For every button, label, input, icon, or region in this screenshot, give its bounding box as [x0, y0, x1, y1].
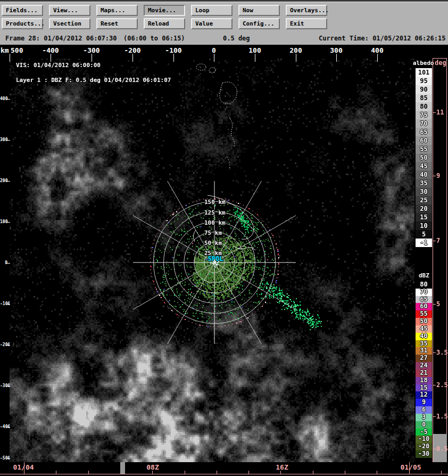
svg-text:125 km: 125 km	[204, 209, 226, 216]
elevation-tick	[433, 385, 436, 385]
elevation-tick	[433, 352, 436, 353]
albedo-swatch: 60	[416, 136, 432, 145]
menu-button-loop[interactable]: Loop	[191, 5, 233, 16]
albedo-swatch: 40	[416, 170, 432, 179]
satellite-radar-display[interactable]: 25 km50 km75 km100 km125 km150 kmSPOL VI…	[10, 59, 414, 462]
elevation-label-5[interactable]: 5	[436, 300, 440, 308]
km-tick	[255, 54, 255, 62]
km-left-tick	[7, 181, 10, 182]
dbz-swatch: 31	[416, 347, 432, 355]
dbz-swatch: 40	[416, 333, 432, 340]
elevation-label-7[interactable]: 7	[436, 237, 440, 244]
menu-button-vsection[interactable]: Vsection	[49, 18, 90, 29]
albedo-swatch: -1	[416, 239, 432, 247]
albedo-swatch: 10	[416, 221, 432, 230]
albedo-title: albedo	[413, 60, 434, 67]
menu-button-reset[interactable]: Reset	[96, 18, 138, 29]
albedo-swatch: 5	[416, 230, 432, 239]
dbz-swatch: -5	[416, 429, 432, 436]
time-label: 01/05	[400, 463, 421, 471]
elevation-label-2.5[interactable]: 2.5	[436, 381, 448, 389]
km-tick-label: -100	[165, 46, 181, 54]
km-tick-label: 200	[289, 46, 302, 54]
elevation-tick	[433, 416, 436, 417]
top-km-axis: km500-400-300-200-1000100200300400	[0, 45, 448, 59]
albedo-swatch: 55	[416, 145, 432, 153]
km-tick	[92, 54, 92, 62]
elevation-tick	[433, 304, 436, 305]
km-tick	[173, 54, 174, 62]
elevation-label-9[interactable]: 9	[436, 172, 440, 179]
menu-button-movie[interactable]: Movie...	[144, 5, 185, 16]
time-axis[interactable]: 01/0408Z16Z01/05	[0, 462, 448, 476]
km-tick-label: 500	[11, 46, 23, 54]
dbz-swatch: 0	[416, 421, 432, 429]
menu-button-value[interactable]: Value	[191, 18, 233, 29]
elevation-tick	[433, 449, 436, 449]
deg-axis-title: deg	[435, 59, 446, 67]
dbz-swatch: 9	[416, 399, 432, 406]
km-left-label: 200	[0, 178, 7, 183]
km-tick-label: 300	[330, 46, 342, 54]
time-tick	[313, 471, 313, 474]
time-tick	[88, 471, 89, 474]
layer-field-label: Layer 1 : DBZ F: 0.5 deg 01/04/2012 06:0…	[16, 77, 171, 84]
elevation-label-0.5[interactable]: 0.5	[436, 445, 448, 453]
dbz-swatch: 6	[416, 406, 432, 414]
km-left-label: -100	[0, 301, 7, 306]
svg-text:150 km: 150 km	[204, 199, 226, 206]
km-tick-label: -300	[83, 46, 99, 54]
menu-button-products[interactable]: Products...	[2, 18, 43, 29]
km-left-tick	[7, 222, 10, 223]
km-tick-label: -200	[124, 46, 140, 54]
albedo-swatch: 95	[416, 77, 432, 85]
elevation-tick	[433, 241, 436, 241]
km-left-label: 0	[0, 260, 7, 265]
km-tick	[132, 54, 133, 62]
menu-button-reload[interactable]: Reload	[144, 18, 185, 29]
dbz-swatch: 50	[416, 318, 432, 325]
km-tick	[51, 54, 51, 62]
km-tick	[296, 54, 296, 62]
menu-button-exit[interactable]: Exit	[286, 18, 327, 29]
dbz-swatch: 3	[416, 414, 432, 421]
elevation-tick	[433, 176, 436, 176]
menu-button-view[interactable]: View...	[49, 5, 90, 16]
km-left-tick	[7, 458, 10, 459]
km-left-label: -400	[0, 424, 7, 429]
elevation-tick	[433, 112, 436, 113]
time-tick	[217, 471, 217, 474]
menu-button-config[interactable]: Config...	[238, 18, 280, 29]
km-left-tick	[7, 345, 10, 346]
km-left-tick	[7, 386, 10, 387]
dbz-swatch: 70	[416, 289, 432, 296]
menu-button-overlays[interactable]: Overlays...	[286, 5, 327, 16]
frame-range: (06:00 to 06:15)	[123, 35, 185, 42]
time-label: 01/04	[13, 463, 34, 471]
menu-button-maps[interactable]: Maps...	[96, 5, 138, 16]
km-tick-label: 400	[371, 46, 383, 54]
time-tick	[185, 471, 185, 474]
dbz-title: dBZ	[419, 272, 429, 279]
elevation-label-1.5[interactable]: 1.5	[436, 413, 448, 420]
km-tick	[336, 54, 337, 62]
frame-status: Frame 28: 01/04/2012 06:07:30	[5, 35, 117, 42]
km-left-tick	[7, 427, 10, 428]
km-left-label: 100	[0, 219, 7, 224]
km-left-tick	[7, 99, 10, 100]
dbz-swatch: -30	[416, 450, 432, 458]
elevation-label-11[interactable]: 11	[436, 109, 444, 116]
menu-button-now[interactable]: Now	[238, 5, 280, 16]
dbz-swatch: 80	[416, 281, 432, 289]
time-label: 16Z	[276, 463, 288, 471]
current-frame-marker[interactable]	[120, 462, 125, 474]
albedo-swatch: 50	[416, 153, 432, 162]
dbz-swatch: 65	[416, 296, 432, 303]
elevation-label-3.5[interactable]: 3.5	[436, 349, 448, 356]
dbz-swatch: 21	[416, 370, 432, 377]
albedo-swatch: 35	[416, 179, 432, 187]
elevation-status: 0.5 deg	[223, 35, 250, 42]
albedo-swatch: 90	[416, 85, 432, 94]
menu-button-fields[interactable]: Fields...	[2, 5, 43, 16]
vis-field-label: VIS: 01/04/2012 06:00:00	[16, 62, 101, 69]
